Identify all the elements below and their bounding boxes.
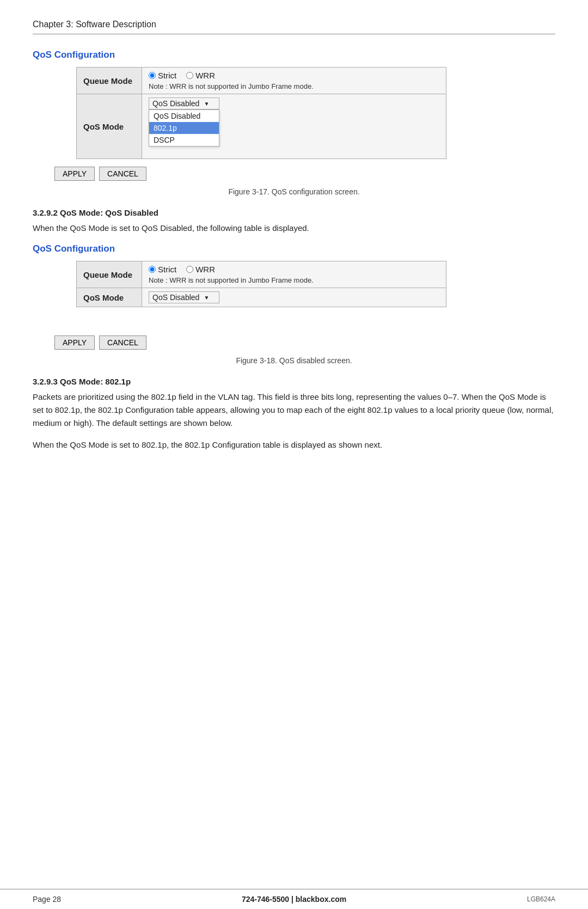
section-293-body2: When the QoS Mode is set to 802.1p, the … xyxy=(33,438,555,452)
queue-mode-value-2: Strict WRR Note : WRR is not supported i… xyxy=(142,261,446,288)
strict-radio-2[interactable] xyxy=(149,266,156,273)
footer-page: Page 28 xyxy=(33,895,61,904)
queue-mode-value-1: Strict WRR Note : WRR is not supported i… xyxy=(142,68,446,94)
apply-button-2[interactable]: APPLY xyxy=(54,335,95,350)
strict-radio-label-1[interactable]: Strict xyxy=(149,71,176,80)
qos-config-title-1: QoS Configuration xyxy=(33,50,555,60)
chapter-header: Chapter 3: Software Description xyxy=(33,20,555,34)
wrr-radio-1[interactable] xyxy=(186,72,193,79)
section-292-heading: 3.2.9.2 QoS Mode: QoS Disabled xyxy=(33,208,555,217)
qos-mode-label-1: QoS Mode xyxy=(77,94,142,159)
section-292-body: When the QoS Mode is set to QoS Disabled… xyxy=(33,222,555,235)
qos-mode-dropdown-1[interactable]: QoS Disabled ▼ QoS Disabled 802.1p DSCP xyxy=(149,97,219,109)
figure-caption-1: Figure 3-17. QoS configuration screen. xyxy=(33,187,555,196)
dropdown-value-text-1: QoS Disabled xyxy=(152,99,199,108)
wrr-radio-label-2[interactable]: WRR xyxy=(186,265,215,274)
wrr-label-1: WRR xyxy=(195,71,215,80)
dropdown-display-2[interactable]: QoS Disabled ▼ xyxy=(149,291,219,303)
qos-config-table-2: Queue Mode Strict WRR Not xyxy=(76,261,446,307)
figure-caption-2: Figure 3-18. QoS disabled screen. xyxy=(33,356,555,365)
chapter-header-text: Chapter 3: Software Description xyxy=(33,20,156,29)
apply-button-1[interactable]: APPLY xyxy=(54,167,95,181)
dropdown-menu-1: QoS Disabled 802.1p DSCP xyxy=(149,109,219,147)
qos-mode-value-1: QoS Disabled ▼ QoS Disabled 802.1p DSCP xyxy=(142,94,446,159)
section-293-heading: 3.2.9.3 QoS Mode: 802.1p xyxy=(33,377,555,386)
dropdown-value-text-2: QoS Disabled xyxy=(152,293,199,302)
cancel-button-1[interactable]: CANCEL xyxy=(99,167,146,181)
strict-radio-label-2[interactable]: Strict xyxy=(149,265,176,274)
qos-config-table-1: Queue Mode Strict WRR Not xyxy=(76,67,446,159)
footer-phone: 724-746-5500 | blackbox.com xyxy=(242,895,346,904)
queue-mode-label-1: Queue Mode xyxy=(77,68,142,94)
wrr-radio-2[interactable] xyxy=(186,266,193,273)
queue-mode-note-2: Note : WRR is not supported in Jumbo Fra… xyxy=(149,276,439,284)
strict-radio-1[interactable] xyxy=(149,72,156,79)
dropdown-item-dscp[interactable]: DSCP xyxy=(149,134,219,146)
footer-model: LGB624A xyxy=(527,895,555,903)
page-footer: Page 28 724-746-5500 | blackbox.com LGB6… xyxy=(0,889,588,909)
wrr-label-2: WRR xyxy=(195,265,215,274)
qos-config-title-2: QoS Configuration xyxy=(33,243,555,254)
dropdown-display-1[interactable]: QoS Disabled ▼ xyxy=(149,97,219,109)
qos-mode-label-2: QoS Mode xyxy=(77,288,142,307)
section-293-body1: Packets are prioritized using the 802.1p… xyxy=(33,391,555,430)
wrr-radio-label-1[interactable]: WRR xyxy=(186,71,215,80)
dropdown-item-qos-disabled[interactable]: QoS Disabled xyxy=(149,110,219,122)
dropdown-arrow-1: ▼ xyxy=(204,101,209,107)
dropdown-arrow-2: ▼ xyxy=(204,295,209,301)
qos-mode-value-2: QoS Disabled ▼ xyxy=(142,288,446,307)
queue-mode-label-2: Queue Mode xyxy=(77,261,142,288)
queue-mode-note-1: Note : WRR is not supported in Jumbo Fra… xyxy=(149,82,439,90)
cancel-button-2[interactable]: CANCEL xyxy=(99,335,146,350)
qos-mode-dropdown-2[interactable]: QoS Disabled ▼ xyxy=(149,291,219,303)
dropdown-item-8021p[interactable]: 802.1p xyxy=(149,122,219,134)
strict-label-1: Strict xyxy=(158,71,176,80)
strict-label-2: Strict xyxy=(158,265,176,274)
